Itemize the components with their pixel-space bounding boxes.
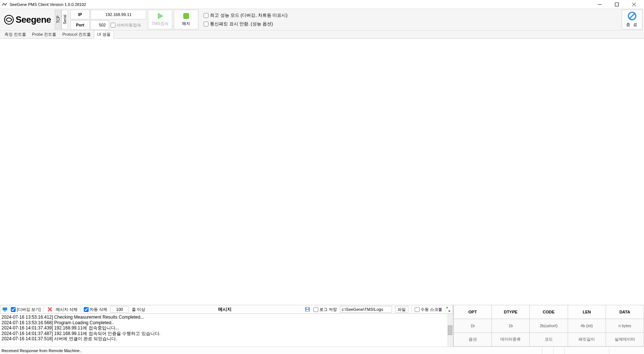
titlebar: SeeGene PMS Client Version 1.0.0.28102 — [0, 0, 644, 9]
message-list[interactable]: 2024-07-16 13:53:16.412] Checking Measur… — [0, 314, 453, 347]
ip-input[interactable] — [90, 10, 146, 19]
col-data: DATA — [606, 305, 644, 319]
tms-connect-label: TMS접속 — [152, 21, 169, 26]
col-len: LEN — [568, 305, 606, 319]
tms-connect-button[interactable]: TMS접속 — [148, 10, 172, 29]
status-text: Received Response from Remote Machine.. — [1, 348, 542, 353]
logo-icon — [4, 15, 14, 25]
save-log-label: 로그 저장 — [319, 307, 337, 312]
app-icon — [1, 1, 7, 7]
svg-rect-1 — [615, 3, 619, 6]
packet-table: OPT DTYPE CODE LEN DATA 1b 1b 2b(ushort)… — [453, 305, 644, 347]
prohibit-icon — [628, 12, 637, 21]
lines-suffix: 줄 이상 — [132, 307, 145, 312]
ip-label: IP — [70, 10, 90, 19]
message-scrollbar[interactable] — [447, 314, 453, 347]
save-icon[interactable] — [305, 306, 310, 312]
auto-delete-option[interactable]: 자동 삭제 — [84, 307, 107, 312]
no-packet-option[interactable]: 통신패킷 표시 안함. (성능 옵션) — [204, 21, 287, 27]
cell: 1b — [454, 319, 492, 333]
server-auto-connect-label: 서버자동접속 — [117, 22, 141, 28]
window-title: SeeGene PMS Client Version 1.0.0.28102 — [10, 2, 591, 7]
port-label: Port — [70, 20, 90, 30]
debug-view-option[interactable]: [디버깅 보기] — [11, 307, 41, 312]
tab-protocol-control[interactable]: Protocol 컨트롤 — [59, 31, 93, 38]
svg-rect-15 — [306, 307, 309, 309]
manual-scroll-option[interactable]: 수동 스크롤 — [415, 307, 442, 312]
perf-mode-option[interactable]: 최고 성능 모드 (디버깅, 차트등 미표시) — [204, 12, 287, 19]
status-cell — [542, 347, 553, 354]
status-cell — [553, 347, 564, 354]
stop-label: 해지 — [182, 21, 190, 26]
col-code: CODE — [530, 305, 568, 319]
delete-icon[interactable] — [47, 306, 53, 312]
status-cell — [564, 347, 609, 354]
auto-delete-checkbox[interactable] — [84, 307, 89, 312]
cell: 1b — [492, 319, 530, 333]
play-icon — [157, 13, 163, 19]
connection-type-tabs: TCP Serial — [55, 10, 68, 29]
tcp-tab[interactable]: TCP — [55, 10, 61, 29]
log-path-input[interactable] — [340, 306, 392, 313]
exit-label: 종 료 — [626, 22, 638, 28]
perf-mode-checkbox[interactable] — [204, 13, 208, 18]
monitor-icon[interactable] — [2, 306, 8, 312]
maximize-button[interactable] — [608, 0, 625, 9]
stop-button[interactable]: 해지 — [174, 10, 198, 29]
main-tabs: 측정 컨트롤 Probe 컨트롤 Protocol 컨트롤 UI 샘플 — [0, 31, 644, 39]
status-cell — [609, 347, 643, 354]
toolbar: Seegene TCP Serial IP Port 서버자동접속 TMS접속 … — [0, 9, 644, 31]
no-packet-label: 통신패킷 표시 안함. (성능 옵션) — [210, 21, 273, 27]
brand-name: Seegene — [16, 15, 51, 25]
svg-rect-10 — [4, 311, 6, 312]
cell: 데이터종류 — [492, 333, 530, 347]
updown-icon[interactable] — [445, 306, 451, 312]
log-line: 2024-07-16 14:01:37.487] 192.168.99.11에 … — [1, 331, 452, 337]
message-panel: [디버깅 보기] 메시지 삭제 자동 삭제 줄 이상 메시지 로그 저장 — [0, 305, 453, 347]
file-button[interactable]: 파일 — [395, 306, 408, 313]
close-button[interactable] — [625, 0, 643, 9]
cell: 실제데이터 — [606, 333, 644, 347]
save-log-checkbox[interactable] — [313, 307, 318, 312]
brand-logo: Seegene — [1, 10, 53, 29]
cell: n bytes — [606, 319, 644, 333]
connection-grid: IP Port 서버자동접속 — [70, 10, 146, 29]
cell: 2b(ushort) — [530, 319, 568, 333]
cell: 4b (int) — [568, 319, 606, 333]
no-packet-checkbox[interactable] — [204, 22, 208, 26]
message-title: 메시지 — [148, 306, 302, 313]
tab-ui-sample[interactable]: UI 샘플 — [94, 30, 114, 39]
tab-measurement-control[interactable]: 측정 컨트롤 — [1, 31, 29, 38]
cell: 옵션 — [454, 333, 492, 347]
log-line: 2024-07-16 13:53:16.412] Checking Measur… — [1, 315, 452, 320]
msg-delete-label[interactable]: 메시지 삭제 — [56, 307, 77, 312]
svg-rect-14 — [306, 310, 309, 311]
debug-view-label: [디버깅 보기] — [17, 307, 41, 312]
performance-options: 최고 성능 모드 (디버깅, 차트등 미표시) 통신패킷 표시 안함. (성능 … — [200, 10, 287, 29]
svg-line-8 — [629, 13, 635, 19]
manual-scroll-checkbox[interactable] — [415, 307, 420, 312]
log-line: 2024-07-16 14:01:37.518] 서버에 연결이 완료 되었습니… — [1, 336, 452, 342]
lines-input[interactable] — [110, 306, 129, 313]
stop-icon — [183, 13, 189, 19]
svg-rect-6 — [184, 13, 189, 19]
cell: 패킷길이 — [568, 333, 606, 347]
svg-marker-5 — [158, 13, 163, 19]
packet-table-panel: OPT DTYPE CODE LEN DATA 1b 1b 2b(ushort)… — [453, 305, 644, 347]
port-input[interactable] — [90, 20, 109, 30]
debug-view-checkbox[interactable] — [11, 307, 16, 312]
status-cells — [542, 347, 643, 354]
exit-button[interactable]: 종 료 — [622, 10, 643, 29]
perf-mode-label: 최고 성능 모드 (디버깅, 차트등 미표시) — [210, 12, 287, 19]
svg-rect-9 — [3, 307, 7, 310]
minimize-button[interactable] — [591, 0, 608, 9]
tab-probe-control[interactable]: Probe 컨트롤 — [29, 31, 59, 38]
save-log-option[interactable]: 로그 저장 — [313, 307, 337, 312]
server-auto-connect-checkbox[interactable] — [111, 23, 115, 28]
server-auto-connect[interactable]: 서버자동접속 — [111, 22, 141, 28]
cell: 코드 — [530, 333, 568, 347]
manual-scroll-label: 수동 스크롤 — [421, 307, 442, 312]
serial-tab[interactable]: Serial — [61, 10, 68, 29]
message-toolbar: [디버깅 보기] 메시지 삭제 자동 삭제 줄 이상 메시지 로그 저장 — [0, 305, 453, 314]
log-line: 2024-07-16 14:01:37.439] 192.168.99.11에 … — [1, 325, 452, 331]
